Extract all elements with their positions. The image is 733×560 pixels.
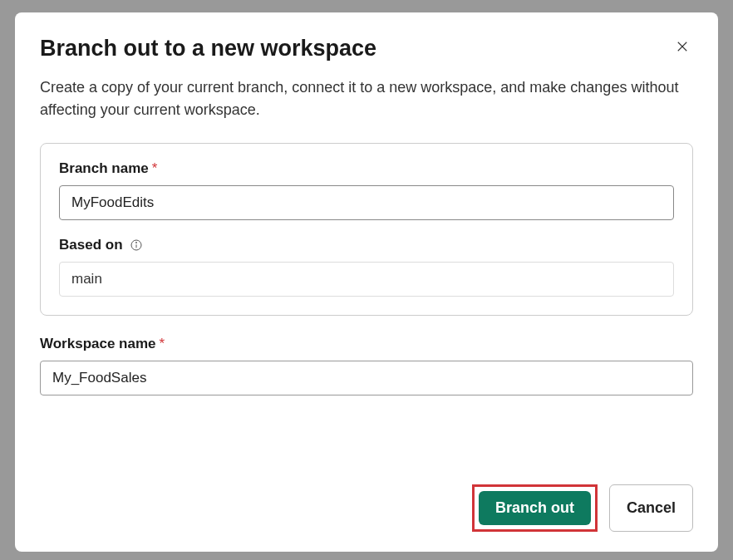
workspace-name-label: Workspace name *: [40, 336, 693, 352]
svg-point-4: [135, 242, 136, 243]
required-indicator: *: [160, 336, 165, 352]
based-on-label-text: Based on: [59, 237, 123, 253]
close-button[interactable]: [672, 36, 693, 60]
dialog-title: Branch out to a new workspace: [40, 36, 376, 61]
based-on-input[interactable]: [59, 262, 674, 297]
highlight-annotation: Branch out: [472, 484, 598, 532]
workspace-name-group: Workspace name *: [40, 336, 693, 395]
branch-name-label-text: Branch name: [59, 160, 149, 177]
dialog-header: Branch out to a new workspace: [40, 36, 693, 61]
close-icon: [675, 39, 690, 56]
dialog-description: Create a copy of your current branch, co…: [40, 76, 693, 121]
cancel-button[interactable]: Cancel: [609, 484, 693, 532]
based-on-label: Based on: [59, 237, 674, 253]
workspace-name-input[interactable]: [40, 361, 693, 395]
branch-name-label: Branch name *: [59, 160, 674, 177]
based-on-group: Based on: [59, 237, 674, 297]
info-icon[interactable]: [130, 238, 143, 252]
workspace-name-label-text: Workspace name: [40, 336, 156, 352]
required-indicator: *: [152, 160, 158, 177]
branch-name-group: Branch name *: [59, 160, 674, 220]
branch-section: Branch name * Based on: [40, 143, 693, 316]
branch-out-button[interactable]: Branch out: [479, 491, 591, 525]
dialog-footer: Branch out Cancel: [40, 484, 693, 532]
branch-out-dialog: Branch out to a new workspace Create a c…: [15, 12, 718, 552]
branch-name-input[interactable]: [59, 185, 674, 220]
